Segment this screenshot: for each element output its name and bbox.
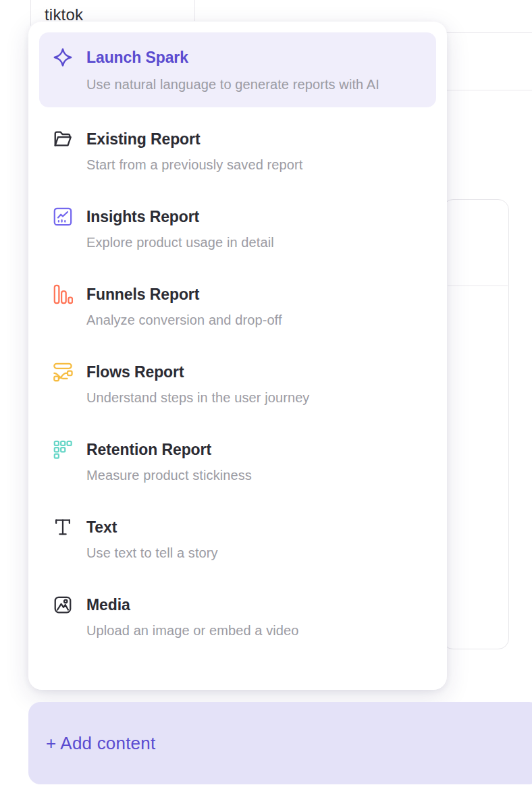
menu-item-texts: Funnels Report Analyze conversion and dr… (86, 284, 282, 329)
menu-item-funnels-report[interactable]: Funnels Report Analyze conversion and dr… (39, 284, 436, 329)
background-column-divider (194, 0, 195, 21)
menu-item-subtitle: Start from a previously saved report (86, 156, 302, 174)
background-row-divider (446, 90, 532, 90)
menu-item-text[interactable]: Text Use text to tell a story (39, 517, 436, 562)
funnels-bars-icon (53, 284, 73, 304)
background-card-left-border (30, 0, 31, 26)
menu-item-subtitle: Use text to tell a story (86, 544, 218, 562)
background-report-card (442, 199, 509, 649)
menu-item-launch-spark[interactable]: Launch Spark Use natural language to gen… (39, 32, 436, 107)
menu-item-texts: Retention Report Measure product stickin… (86, 439, 252, 485)
menu-item-existing-report[interactable]: Existing Report Start from a previously … (39, 129, 436, 174)
menu-item-subtitle: Measure product stickiness (86, 466, 252, 485)
menu-item-subtitle: Explore product usage in detail (86, 234, 274, 252)
menu-item-retention-report[interactable]: Retention Report Measure product stickin… (39, 439, 436, 485)
menu-item-texts: Insights Report Explore product usage in… (86, 207, 274, 252)
menu-item-title: Text (86, 517, 218, 537)
menu-item-media[interactable]: Media Upload an image or embed a video (39, 595, 436, 640)
menu-item-flows-report[interactable]: Flows Report Understand steps in the use… (39, 362, 436, 407)
menu-item-insights-report[interactable]: Insights Report Explore product usage in… (39, 207, 436, 252)
menu-item-title: Flows Report (86, 362, 309, 382)
open-folder-icon (53, 129, 73, 149)
menu-item-texts: Launch Spark Use natural language to gen… (86, 47, 379, 95)
menu-item-texts: Media Upload an image or embed a video (86, 595, 299, 640)
spark-icon (53, 47, 73, 68)
menu-item-title: Retention Report (86, 439, 252, 460)
add-content-button[interactable]: + Add content (28, 702, 532, 784)
menu-item-texts: Text Use text to tell a story (86, 517, 218, 562)
insights-chart-icon (53, 207, 73, 227)
menu-item-title: Launch Spark (86, 47, 379, 68)
menu-item-title: Funnels Report (86, 284, 282, 304)
retention-grid-icon (53, 439, 73, 460)
menu-item-subtitle: Analyze conversion and drop-off (86, 311, 282, 329)
menu-item-texts: Existing Report Start from a previously … (86, 129, 302, 174)
text-block-icon (53, 517, 73, 537)
add-content-label: + Add content (46, 733, 155, 754)
menu-item-title: Insights Report (86, 207, 274, 227)
menu-item-texts: Flows Report Understand steps in the use… (86, 362, 309, 407)
menu-item-subtitle: Use natural language to generate reports… (86, 74, 379, 95)
menu-item-subtitle: Understand steps in the user journey (86, 389, 309, 407)
add-content-menu: Launch Spark Use natural language to gen… (28, 22, 447, 690)
media-image-icon (53, 595, 73, 615)
flows-icon (53, 362, 73, 382)
menu-item-title: Media (86, 595, 299, 615)
background-card-divider (448, 286, 508, 286)
menu-item-title: Existing Report (86, 129, 302, 149)
background-row-divider (446, 32, 532, 33)
menu-item-subtitle: Upload an image or embed a video (86, 622, 299, 640)
